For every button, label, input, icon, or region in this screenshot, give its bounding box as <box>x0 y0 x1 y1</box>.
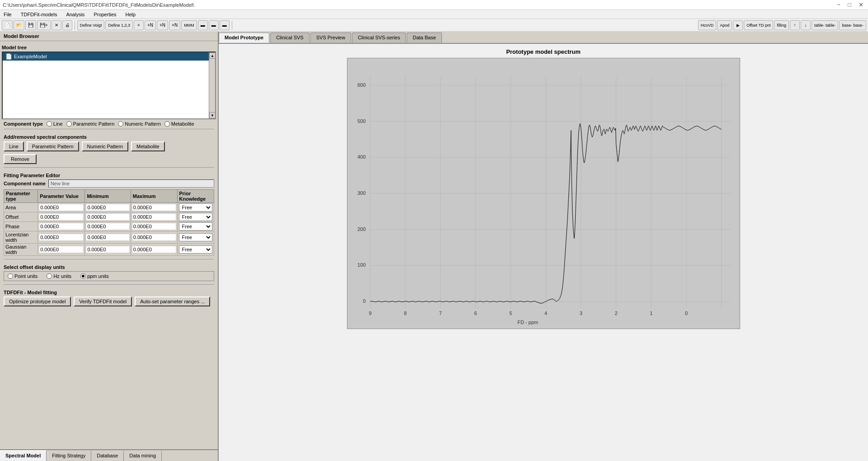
tab-svs-preview[interactable]: SVS Preview <box>310 33 351 43</box>
param-value-cell[interactable] <box>38 231 85 244</box>
radio-hz-units[interactable]: Hz units <box>47 273 71 279</box>
param-min-input[interactable] <box>86 234 129 240</box>
param-min-input[interactable] <box>86 246 129 253</box>
param-value-cell[interactable] <box>38 244 85 256</box>
btab-data-mining[interactable]: Data mining <box>124 450 162 461</box>
param-value-input[interactable] <box>39 234 83 240</box>
menu-analysis[interactable]: Analysis <box>64 11 86 18</box>
minimize-button[interactable]: − <box>835 1 843 8</box>
param-prior-select[interactable]: Free Fixed Soft <box>179 222 213 230</box>
param-value-input[interactable] <box>39 246 83 253</box>
btab-database[interactable]: Database <box>91 450 124 461</box>
param-max-input[interactable] <box>132 214 176 220</box>
radio-point-units[interactable]: Point units <box>8 273 38 279</box>
param-max-input[interactable] <box>132 204 176 211</box>
close-button[interactable]: ✕ <box>857 1 865 8</box>
param-min-input[interactable] <box>86 214 129 220</box>
radio-metabolite[interactable]: Metabolite <box>164 121 194 127</box>
add-parametric-button[interactable]: Parametric Pattern <box>27 141 79 151</box>
param-min-cell[interactable] <box>85 222 131 231</box>
tb-btn-7[interactable]: Define 1,2,3 <box>105 20 133 30</box>
window-controls[interactable]: − □ ✕ <box>835 1 865 8</box>
model-tree-scrollbar[interactable]: ▲ ▼ <box>209 52 215 118</box>
tb-right-3[interactable]: ▶ <box>733 20 743 30</box>
param-min-input[interactable] <box>86 204 129 211</box>
scroll-up-btn[interactable]: ▲ <box>209 52 216 59</box>
tb-right-1[interactable]: HcoVD <box>698 20 717 30</box>
verify-btn[interactable]: Verify TDFDFit model <box>74 296 132 306</box>
radio-numeric[interactable]: Numeric Pattern <box>118 121 160 127</box>
add-line-button[interactable]: Line <box>4 141 24 151</box>
tb-btn-14[interactable]: ▬ <box>209 20 219 30</box>
param-value-input[interactable] <box>39 223 83 230</box>
menu-file[interactable]: File <box>2 11 14 18</box>
tb-new[interactable]: 📄 <box>2 20 13 30</box>
maximize-button[interactable]: □ <box>846 1 853 8</box>
param-value-cell[interactable] <box>38 203 85 212</box>
tb-print[interactable]: 🖨 <box>62 20 72 30</box>
param-prior-select[interactable]: Free Fixed Soft <box>179 213 213 221</box>
tb-btn-8[interactable]: + <box>134 20 144 30</box>
tb-btn-6[interactable]: Define Voigt <box>77 20 105 30</box>
param-min-cell[interactable] <box>85 212 131 222</box>
tab-model-prototype[interactable]: Model Prototype <box>219 33 269 43</box>
tb-btn-10[interactable]: +N <box>157 20 168 30</box>
tab-clinical-svs-series[interactable]: Clinical SVS-series <box>352 33 406 43</box>
param-prior-select[interactable]: Free Fixed Soft <box>179 203 213 212</box>
param-max-input[interactable] <box>132 223 176 230</box>
param-max-cell[interactable] <box>131 212 177 222</box>
param-value-input[interactable] <box>39 214 83 220</box>
tb-open[interactable]: 📂 <box>14 20 24 30</box>
param-prior-cell[interactable]: Free Fixed Soft <box>177 244 214 256</box>
param-prior-select[interactable]: Free Fixed Soft <box>179 245 213 254</box>
tb-right-8[interactable]: table- table- <box>812 20 839 30</box>
tab-clinical-svs[interactable]: Clinical SVS <box>270 33 310 43</box>
param-value-cell[interactable] <box>38 222 85 231</box>
add-numeric-button[interactable]: Numeric Pattern <box>82 141 128 151</box>
tb-btn-9[interactable]: +N <box>145 20 156 30</box>
menu-tdffit-models[interactable]: TDFDFit-models <box>19 11 59 18</box>
radio-ppm-units[interactable]: ppm units <box>80 273 109 279</box>
param-prior-cell[interactable]: Free Fixed Soft <box>177 212 214 222</box>
param-max-cell[interactable] <box>131 203 177 212</box>
tb-right-6[interactable]: ↑ <box>790 20 800 30</box>
tab-data-base[interactable]: Data Base <box>407 33 441 43</box>
tb-right-2[interactable]: Apod <box>717 20 732 30</box>
param-prior-cell[interactable]: Free Fixed Soft <box>177 203 214 212</box>
tb-right-9[interactable]: base- base- <box>839 20 866 30</box>
tree-item-example-model[interactable]: 📄 ExampleModel <box>3 52 215 61</box>
menu-properties[interactable]: Properties <box>92 11 118 18</box>
param-max-cell[interactable] <box>131 222 177 231</box>
param-max-cell[interactable] <box>131 244 177 256</box>
param-min-cell[interactable] <box>85 203 131 212</box>
remove-button[interactable]: Remove <box>4 154 37 164</box>
tb-delete[interactable]: ✕ <box>52 20 61 30</box>
radio-line[interactable]: Line <box>47 121 63 127</box>
tb-btn-12[interactable]: MMM <box>181 20 197 30</box>
radio-parametric[interactable]: Parametric Pattern <box>66 121 115 127</box>
param-prior-cell[interactable]: Free Fixed Soft <box>177 231 214 244</box>
tb-btn-13[interactable]: ▬ <box>198 20 208 30</box>
param-value-cell[interactable] <box>38 212 85 222</box>
btab-fitting-strategy[interactable]: Fitting Strategy <box>47 450 91 461</box>
param-min-cell[interactable] <box>85 231 131 244</box>
param-min-cell[interactable] <box>85 244 131 256</box>
btab-spectral-model[interactable]: Spectral Model <box>0 450 47 461</box>
tb-btn-11[interactable]: +N <box>169 20 180 30</box>
param-min-input[interactable] <box>86 223 129 230</box>
menu-help[interactable]: Help <box>124 11 138 18</box>
auto-set-btn[interactable]: Auto-set parameter ranges ... <box>135 296 210 306</box>
param-max-input[interactable] <box>132 246 176 253</box>
param-value-input[interactable] <box>39 204 83 211</box>
param-prior-cell[interactable]: Free Fixed Soft <box>177 222 214 231</box>
tb-right-5[interactable]: filling <box>774 20 789 30</box>
scroll-down-btn[interactable]: ▼ <box>209 112 216 118</box>
param-max-input[interactable] <box>132 234 176 240</box>
add-metabolite-button[interactable]: Metabolite <box>131 141 165 151</box>
tb-btn-15[interactable]: ▬ <box>220 20 230 30</box>
tb-right-7[interactable]: ↓ <box>801 20 811 30</box>
tb-saveas[interactable]: 💾+ <box>37 20 51 30</box>
tb-save[interactable]: 💾 <box>25 20 36 30</box>
optimize-btn[interactable]: Optimize prototype model <box>4 296 71 306</box>
param-prior-select[interactable]: Free Fixed Soft <box>179 233 213 241</box>
